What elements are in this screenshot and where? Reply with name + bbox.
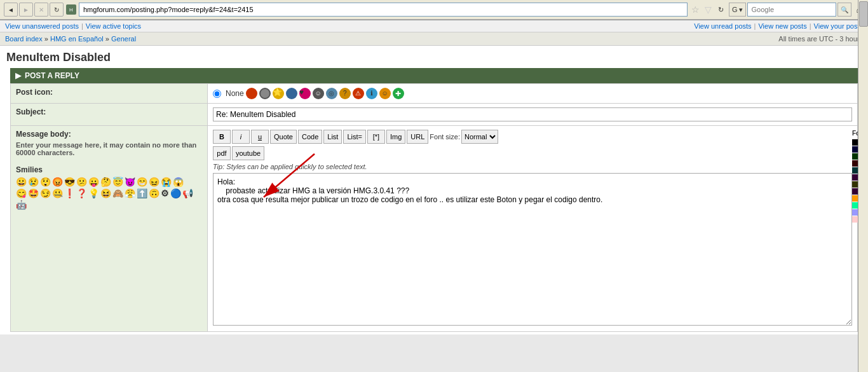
smiley-6[interactable]: 😕: [76, 177, 87, 187]
smiley-29[interactable]: 📢: [182, 188, 193, 198]
address-bar[interactable]: [79, 3, 688, 17]
page-scrollbar[interactable]: [858, 0, 868, 372]
smiley-4[interactable]: 😡: [52, 177, 63, 187]
search-input[interactable]: [747, 3, 836, 17]
smiley-25[interactable]: ⬆️: [137, 188, 147, 198]
smiley-13[interactable]: 😭: [161, 177, 172, 187]
post-icon-smiley[interactable]: ☺: [379, 88, 391, 99]
smiley-19[interactable]: ❗: [64, 188, 75, 198]
smiley-27[interactable]: ⚙: [161, 188, 169, 198]
subject-row: Subject:: [11, 104, 858, 126]
post-icon-value: None ⭐ ♥ ☺ ◎ ? ⚠ ℹ ☺ ✚: [208, 84, 858, 104]
message-body-label-cell: Message body: Enter your message here, i…: [11, 126, 208, 332]
smiley-23[interactable]: 🙈: [112, 188, 123, 198]
timezone-info: All times are UTC - 3 hours: [778, 35, 863, 43]
post-icon-pink[interactable]: ♥: [299, 88, 311, 99]
view-active-topics-link[interactable]: View active topics: [86, 22, 141, 30]
bookmark-star-icon[interactable]: ☆: [690, 4, 701, 15]
post-icon-warn[interactable]: ⚠: [353, 88, 364, 99]
view-new-link[interactable]: View new posts: [758, 22, 806, 30]
top-links-bar: View unanswered posts | View active topi…: [0, 20, 868, 32]
underline-button[interactable]: u: [251, 130, 269, 144]
message-body-hint: Enter your message here, it may contain …: [16, 141, 202, 156]
editor-cell: B i u Quote Code List List= [*] Img URL: [208, 126, 858, 332]
refresh-button[interactable]: ↻: [50, 3, 64, 17]
search-engine-selector[interactable]: G ▾: [729, 3, 746, 17]
view-unanswered-link[interactable]: View unanswered posts: [5, 22, 79, 30]
post-reply-title: POST A REPLY: [25, 71, 79, 80]
post-icon-red[interactable]: [246, 88, 257, 99]
smiley-14[interactable]: 😱: [173, 177, 184, 187]
smiley-2[interactable]: 😢: [28, 177, 39, 187]
forward-button[interactable]: ►: [19, 3, 33, 17]
list-item-button[interactable]: [*]: [367, 130, 385, 144]
message-textarea[interactable]: Hola: probaste actualizar HMG a la versi…: [213, 173, 852, 326]
list-ordered-button[interactable]: List=: [343, 130, 366, 144]
editor-toolbar-row2: pdf youtube: [213, 146, 852, 160]
favicon-icon: H: [66, 4, 76, 15]
back-button[interactable]: ◄: [4, 3, 18, 17]
quote-button[interactable]: Quote: [270, 130, 297, 144]
post-reply-header: ▶ POST A REPLY: [10, 68, 858, 83]
breadcrumb-general[interactable]: General: [111, 35, 136, 43]
view-your-posts-link[interactable]: View your posts: [814, 22, 863, 30]
post-icon-info[interactable]: ℹ: [366, 88, 377, 99]
post-icon-plus[interactable]: ✚: [393, 88, 404, 99]
url-button[interactable]: URL: [407, 130, 428, 144]
smiley-18[interactable]: 🤐: [52, 188, 63, 198]
smiley-26[interactable]: 🙃: [149, 188, 159, 198]
subject-label: Subject:: [11, 104, 208, 126]
tip-text: Tip: Styles can be applied quickly to se…: [213, 163, 852, 170]
smiley-5[interactable]: 😎: [64, 177, 75, 187]
smiley-10[interactable]: 😈: [125, 177, 135, 187]
reload-icon[interactable]: ↻: [715, 6, 726, 14]
view-unread-link[interactable]: View unread posts: [694, 22, 751, 30]
smiley-15[interactable]: 😋: [16, 188, 27, 198]
bold-button[interactable]: B: [213, 130, 231, 144]
page-title: MenuItem Disabled: [0, 46, 868, 68]
smiley-20[interactable]: ❓: [76, 188, 87, 198]
post-icon-question[interactable]: ?: [339, 88, 351, 99]
img-button[interactable]: Img: [386, 130, 405, 144]
post-icon-blue[interactable]: [286, 88, 297, 99]
post-icon-none-label: None: [226, 89, 244, 98]
smilies-label: Smilies: [16, 165, 202, 174]
italic-button[interactable]: i: [232, 130, 250, 144]
smiley-24[interactable]: 😤: [125, 188, 135, 198]
smiley-17[interactable]: 😏: [40, 188, 51, 198]
breadcrumb-hmg-espanol[interactable]: HMG en Español: [50, 35, 104, 43]
post-icon-gold[interactable]: ⭐: [273, 88, 284, 99]
subject-input[interactable]: [213, 107, 852, 121]
smiley-28[interactable]: 🔵: [170, 188, 181, 198]
youtube-button[interactable]: youtube: [232, 146, 264, 160]
smiley-12[interactable]: 😖: [149, 177, 159, 187]
subject-value: [208, 104, 858, 126]
post-icon-dark[interactable]: ☺: [313, 88, 324, 99]
bookmark-star2-icon[interactable]: ▽: [703, 4, 713, 15]
smiley-1[interactable]: 😀: [16, 177, 27, 187]
smiley-8[interactable]: 🤔: [100, 177, 111, 187]
smiley-16[interactable]: 🤩: [28, 188, 39, 198]
code-button[interactable]: Code: [298, 130, 322, 144]
separator: |: [81, 22, 83, 30]
post-form-table: Post icon: None ⭐ ♥ ☺ ◎ ? ⚠: [10, 83, 858, 332]
smiley-11[interactable]: 😁: [137, 177, 147, 187]
font-size-select[interactable]: Normal Small Large: [461, 130, 498, 144]
smilies-grid: 😀 😢 😲 😡 😎 😕 😛 🤔 😇 😈 😁 😖 😭 😱: [16, 177, 194, 210]
separator3: |: [810, 22, 811, 30]
post-icon-gray[interactable]: [259, 88, 271, 99]
smiley-3[interactable]: 😲: [40, 177, 51, 187]
post-icon-none-radio[interactable]: [213, 90, 221, 98]
scroll-thumb[interactable]: [859, 1, 868, 27]
search-go-button[interactable]: 🔍: [837, 3, 851, 17]
post-icon-circle[interactable]: ◎: [326, 88, 337, 99]
breadcrumb-board-index[interactable]: Board index: [5, 35, 43, 43]
list-button[interactable]: List: [323, 130, 342, 144]
stop-button[interactable]: ✕: [34, 3, 48, 17]
smiley-30[interactable]: 🤖: [16, 200, 27, 210]
smiley-21[interactable]: 💡: [88, 188, 99, 198]
pdf-button[interactable]: pdf: [213, 146, 231, 160]
smiley-7[interactable]: 😛: [88, 177, 99, 187]
smiley-9[interactable]: 😇: [112, 177, 123, 187]
smiley-22[interactable]: 😆: [100, 188, 111, 198]
